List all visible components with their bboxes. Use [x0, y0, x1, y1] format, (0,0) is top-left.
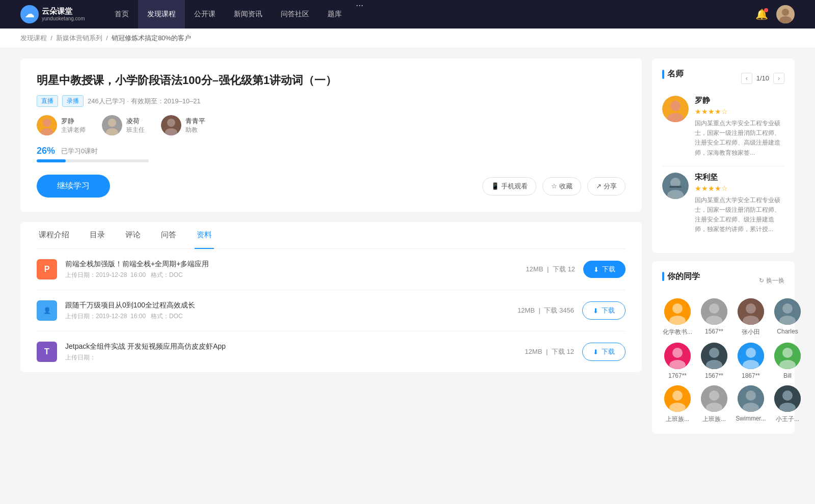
logo[interactable]: ☁ 云朵课堂 yunduoketang.com [20, 5, 85, 23]
nav-item-exam[interactable]: 题库 [318, 0, 351, 29]
sidebar-teacher-2-info: 宋利坚 ★★★★☆ 国内某重点大学安全工程专业硕士，国家一级注册消防工程师、注册… [695, 173, 784, 235]
classmate-2-avatar [701, 298, 727, 325]
download-button-1[interactable]: ⬇ 下载 [583, 261, 626, 278]
mobile-watch-button[interactable]: 📱 手机观看 [482, 177, 536, 195]
action-btns: 📱 手机观看 ☆ 收藏 ↗ 分享 [482, 177, 626, 195]
tab-materials[interactable]: 资料 [195, 222, 214, 249]
classmate-11-avatar [738, 385, 764, 412]
sidebar-teacher-1: 罗静 ★★★★☆ 国内某重点大学安全工程专业硕士，国家一级注册消防工程师、注册安… [662, 96, 784, 158]
main-layout: 明星中教授课，小学阶段语法100分–强化级第1讲动词（一） 直播 录播 246人… [0, 48, 815, 452]
classmate-10-name: 上班族... [699, 415, 729, 424]
classmate-4: Charles [772, 298, 803, 337]
svg-point-23 [709, 303, 719, 314]
teacher-3: 青青平 助教 [161, 115, 205, 135]
file-meta-1: 上传日期：2019-12-28 16:00 格式：DOC [65, 271, 518, 279]
svg-point-20 [672, 303, 683, 314]
file-meta-3: 上传日期： [65, 353, 517, 362]
course-teachers: 罗静 主讲老师 凌荷 班主任 [37, 115, 626, 135]
classmate-11: Swimmer... [736, 385, 766, 424]
svg-point-41 [782, 348, 793, 358]
refresh-button[interactable]: ↻ 换一换 [759, 276, 784, 285]
sidebar-teacher-2-name: 宋利坚 [695, 173, 784, 182]
tab-qa[interactable]: 问答 [159, 222, 178, 249]
teacher-2-avatar [102, 115, 122, 135]
progress-pct: 26% [37, 146, 55, 156]
download-button-2[interactable]: ⬇ 下载 [582, 301, 626, 320]
svg-point-50 [746, 390, 756, 401]
classmate-9-name: 上班族... [662, 415, 693, 424]
nav-item-news[interactable]: 新闻资讯 [225, 0, 271, 29]
classmate-8-name: Bill [772, 372, 803, 379]
breadcrumb-current: 销冠修炼术搞定80%的客户 [112, 34, 191, 42]
download-icon-3: ⬇ [593, 348, 599, 356]
breadcrumb: 发现课程 / 新媒体营销系列 / 销冠修炼术搞定80%的客户 [0, 29, 815, 48]
teachers-next-button[interactable]: › [773, 73, 784, 84]
breadcrumb-link-series[interactable]: 新媒体营销系列 [56, 34, 102, 42]
tab-catalog[interactable]: 目录 [88, 222, 107, 249]
sidebar-teacher-1-desc: 国内某重点大学安全工程专业硕士，国家一级注册消防工程师、注册安全工程师、高级注册… [695, 119, 784, 158]
svg-point-13 [670, 101, 681, 111]
classmate-3-name: 张小田 [736, 328, 766, 337]
bell-icon[interactable]: 🔔 [755, 8, 768, 20]
classmate-3: 张小田 [736, 298, 766, 337]
share-button[interactable]: ↗ 分享 [587, 177, 626, 195]
classmate-7: 1867** [736, 343, 766, 379]
classmate-11-name: Swimmer... [736, 415, 766, 422]
nav-items: 首页 发现课程 公开课 新闻资讯 问答社区 题库 ··· [105, 0, 755, 29]
sidebar-teacher-1-stars: ★★★★☆ [695, 107, 784, 116]
svg-point-29 [782, 303, 793, 314]
nav-more[interactable]: ··· [351, 0, 369, 29]
svg-point-32 [672, 348, 683, 358]
download-button-3[interactable]: ⬇ 下载 [582, 343, 626, 361]
file-name-2: 跟随千万级项目从0到100全过程高效成长 [65, 301, 509, 310]
teacher-2: 凌荷 班主任 [102, 115, 145, 135]
classmate-2-name: 1567** [699, 328, 729, 335]
classmate-12-name: 小王子... [772, 415, 803, 424]
teachers-prev-button[interactable]: ‹ [741, 73, 752, 84]
share-icon: ↗ [596, 182, 602, 190]
course-actions: 继续学习 📱 手机观看 ☆ 收藏 ↗ 分享 [37, 175, 626, 198]
nav-item-discover[interactable]: 发现课程 [138, 0, 185, 29]
progress-bar-fill [37, 159, 66, 162]
badge-live: 直播 [37, 95, 58, 107]
collect-button[interactable]: ☆ 收藏 [542, 177, 581, 195]
tab-intro[interactable]: 课程介绍 [37, 222, 71, 249]
download-icon-2: ⬇ [593, 307, 599, 315]
progress-bar-bg [37, 159, 149, 162]
teachers-nav-btns: ‹ 1/10 › [741, 73, 784, 84]
sidebar-teacher-2-stars: ★★★★☆ [695, 184, 784, 192]
badge-rec: 录播 [62, 95, 84, 107]
tab-comment[interactable]: 评论 [123, 222, 143, 249]
user-avatar[interactable] [776, 5, 795, 23]
classmate-1-avatar [664, 298, 691, 325]
svg-point-10 [167, 119, 175, 127]
course-meta: 246人已学习 · 有效期至：2019–10–21 [88, 97, 201, 106]
file-stats-3: 12MB | 下载 12 [525, 347, 574, 356]
svg-point-7 [108, 119, 116, 127]
classmate-5: 1767** [662, 343, 693, 379]
progress-label: 26% 已学习0课时 [37, 146, 626, 156]
nav-item-home[interactable]: 首页 [105, 0, 138, 29]
content-left: 明星中教授课，小学阶段语法100分–强化级第1讲动词（一） 直播 录播 246人… [20, 59, 642, 442]
classmate-10: 上班族... [699, 385, 729, 424]
sidebar-right: 名师 ‹ 1/10 › [652, 59, 795, 442]
file-item-2: 👤 跟随千万级项目从0到100全过程高效成长 上传日期：2019-12-28 1… [37, 290, 626, 331]
classmates-title: 你的同学 [662, 271, 700, 282]
teacher-1-name: 罗静 [61, 117, 86, 126]
breadcrumb-link-discover[interactable]: 发现课程 [20, 34, 47, 42]
nav-item-qa[interactable]: 问答社区 [271, 0, 318, 29]
classmate-12: 小王子... [772, 385, 803, 424]
classmate-12-avatar [774, 385, 801, 412]
teacher-3-role: 助教 [185, 126, 205, 134]
svg-point-4 [43, 119, 51, 127]
file-info-3: Jetpack全组件实战 开发短视频应用高仿皮皮虾App 上传日期： [65, 342, 517, 362]
classmate-4-avatar [774, 298, 801, 325]
bell-dot [764, 8, 768, 12]
sidebar-teacher-2: 宋利坚 ★★★★☆ 国内某重点大学安全工程专业硕士，国家一级注册消防工程师、注册… [662, 173, 784, 235]
teacher-1-avatar [37, 115, 57, 135]
svg-point-53 [782, 390, 793, 401]
nav-item-open[interactable]: 公开课 [185, 0, 225, 29]
continue-button[interactable]: 继续学习 [37, 175, 110, 198]
svg-point-47 [709, 390, 719, 401]
progress-text: 已学习0课时 [61, 147, 98, 156]
